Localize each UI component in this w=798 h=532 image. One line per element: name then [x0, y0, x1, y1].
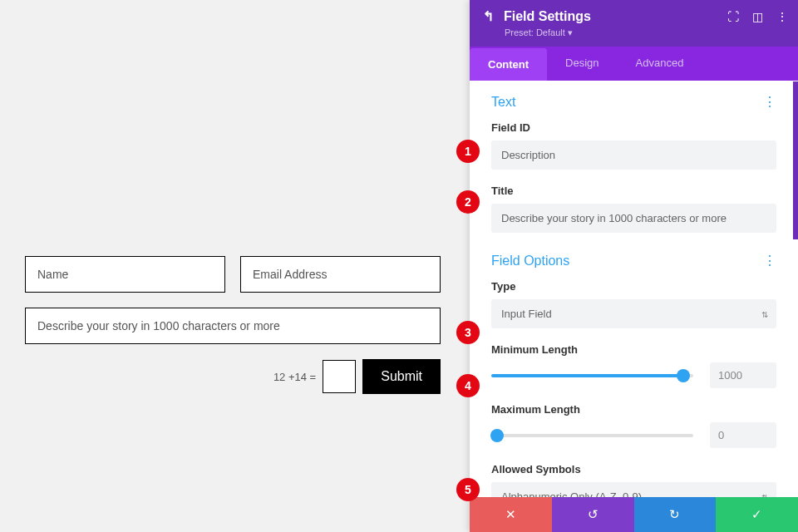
back-icon[interactable]: ↰ — [483, 8, 494, 24]
preset-dropdown[interactable]: Preset: Default ▾ — [505, 27, 785, 38]
section-title-options: Field Options — [491, 254, 569, 268]
name-field[interactable]: Name — [25, 256, 225, 293]
section-field-options: Field Options ⋮ Type ⇅ Minimum Length — [491, 253, 776, 497]
allowed-symbols-label: Allowed Symbols — [491, 463, 776, 475]
slider-thumb[interactable] — [490, 429, 504, 442]
form-preview-canvas: Name Email Address Describe your story i… — [0, 0, 466, 532]
contact-form: Name Email Address Describe your story i… — [25, 256, 441, 394]
email-field[interactable]: Email Address — [240, 256, 441, 293]
undo-button[interactable]: ↺ — [552, 497, 634, 532]
captcha-label: 12 +14 = — [273, 371, 316, 383]
max-length-label: Maximum Length — [491, 403, 776, 416]
annotation-badge-5: 5 — [456, 478, 480, 501]
save-button[interactable]: ✓ — [716, 497, 798, 532]
field-id-label: Field ID — [491, 121, 776, 134]
panel-title: Field Settings — [504, 9, 591, 24]
panel-footer: ✕ ↺ ↻ ✓ — [470, 497, 798, 532]
section-text: Text ⋮ Field ID Title — [491, 94, 776, 233]
allowed-symbols-select[interactable] — [491, 482, 776, 497]
section-title-text: Text — [491, 95, 515, 110]
slider-thumb[interactable] — [677, 369, 690, 382]
redo-button[interactable]: ↻ — [634, 497, 717, 532]
type-select[interactable] — [491, 299, 776, 328]
panel-tabs: Content Design Advanced — [470, 47, 798, 81]
title-input[interactable] — [491, 204, 776, 233]
title-label: Title — [491, 185, 776, 197]
check-icon: ✓ — [751, 507, 762, 522]
submit-button[interactable]: Submit — [362, 359, 441, 394]
panel-header: ↰ Field Settings ⛶ ◫ ⋮ Preset: Default ▾ — [470, 0, 798, 47]
panel-body[interactable]: Text ⋮ Field ID Title Field Options ⋮ Ty… — [470, 81, 798, 497]
story-field[interactable]: Describe your story in 1000 characters o… — [25, 308, 441, 344]
annotation-badge-3: 3 — [456, 321, 480, 344]
max-length-input[interactable] — [710, 422, 776, 448]
scrollbar-thumb[interactable] — [793, 81, 798, 239]
annotation-badge-4: 4 — [456, 374, 480, 397]
section-menu-icon[interactable]: ⋮ — [763, 94, 776, 110]
menu-icon[interactable]: ⋮ — [776, 10, 788, 23]
expand-icon[interactable]: ⛶ — [727, 10, 739, 23]
captcha-input[interactable] — [323, 360, 356, 393]
annotation-badge-1: 1 — [456, 140, 480, 163]
tab-advanced[interactable]: Advanced — [618, 47, 702, 81]
close-icon: ✕ — [505, 507, 516, 522]
undo-icon: ↺ — [588, 507, 598, 522]
min-length-input[interactable] — [710, 362, 776, 388]
snap-icon[interactable]: ◫ — [752, 10, 763, 23]
field-id-input[interactable] — [491, 140, 776, 170]
min-length-slider[interactable] — [491, 374, 693, 377]
settings-panel: ↰ Field Settings ⛶ ◫ ⋮ Preset: Default ▾… — [470, 0, 798, 532]
tab-content[interactable]: Content — [470, 48, 547, 81]
section-menu-icon[interactable]: ⋮ — [763, 253, 776, 268]
annotation-badge-2: 2 — [456, 190, 480, 214]
min-length-label: Minimum Length — [491, 343, 776, 356]
max-length-slider[interactable] — [491, 434, 693, 437]
type-label: Type — [491, 280, 776, 293]
tab-design[interactable]: Design — [547, 47, 617, 81]
redo-icon: ↻ — [669, 507, 680, 522]
cancel-button[interactable]: ✕ — [470, 497, 552, 532]
